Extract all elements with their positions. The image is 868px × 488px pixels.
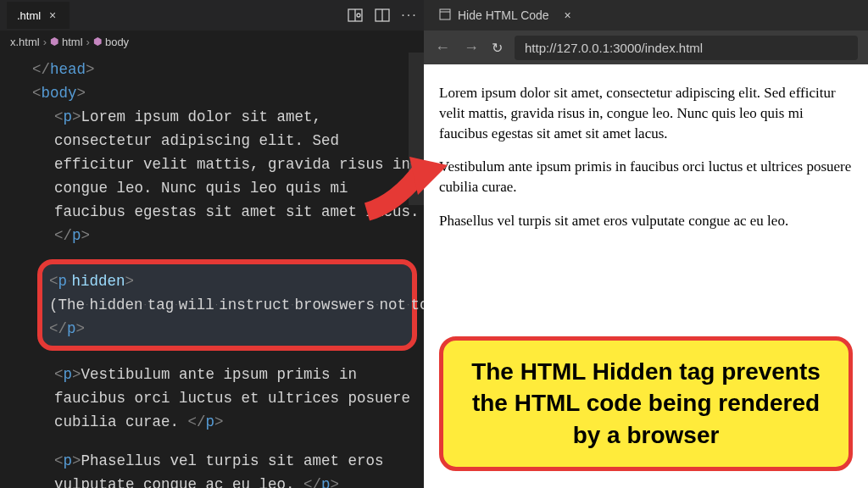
cube-icon: ⬢ — [93, 36, 102, 47]
chevron-icon: › — [43, 36, 47, 48]
svg-rect-5 — [440, 9, 450, 19]
split-preview-icon[interactable] — [348, 8, 363, 23]
cube-icon: ⬢ — [50, 36, 58, 47]
rendered-paragraph: Lorem ipsum dolor sit amet, consectetur … — [439, 83, 853, 143]
browser-pane: Hide HTML Code × ← → ↻ http://127.0.0.1:… — [424, 0, 868, 488]
forward-button[interactable]: → — [463, 39, 480, 57]
browser-viewport: Lorem ipsum dolor sit amet, consectetur … — [424, 64, 868, 488]
refresh-button[interactable]: ↻ — [492, 40, 503, 56]
split-editor-icon[interactable] — [375, 8, 390, 23]
page-icon — [439, 8, 451, 23]
close-icon[interactable]: × — [46, 8, 59, 22]
browser-tab[interactable]: Hide HTML Code × — [431, 3, 583, 28]
browser-toolbar: ← → ↻ http://127.0.0.1:3000/index.html — [424, 30, 868, 64]
editor-pane: .html × ··· x.html › ⬢ html › ⬢ body </h… — [0, 0, 424, 488]
rendered-paragraph: Phasellus vel turpis sit amet eros vulpu… — [439, 211, 853, 231]
tab-label: .html — [17, 9, 41, 22]
back-button[interactable]: ← — [434, 39, 451, 57]
highlighted-code: <p·hidden>(The·hidden·tag·will·instruct·… — [37, 259, 417, 351]
editor-tab[interactable]: .html × — [7, 2, 70, 29]
chevron-icon: › — [86, 36, 90, 48]
close-icon[interactable]: × — [561, 8, 575, 22]
more-icon[interactable]: ··· — [402, 8, 417, 23]
svg-point-2 — [357, 14, 360, 17]
browser-tab-title: Hide HTML Code — [458, 8, 549, 22]
code-editor[interactable]: </head> <body> <p>Lorem ipsum dolor sit … — [0, 53, 424, 488]
annotation-callout: The HTML Hidden tag prevents the HTML co… — [439, 336, 853, 471]
url-bar[interactable]: http://127.0.0.1:3000/index.html — [515, 36, 858, 60]
editor-actions: ··· — [348, 8, 417, 23]
browser-tab-bar: Hide HTML Code × — [424, 0, 868, 30]
breadcrumb[interactable]: x.html › ⬢ html › ⬢ body — [0, 30, 424, 53]
editor-tab-bar: .html × ··· — [0, 0, 424, 30]
rendered-paragraph: Vestibulum ante ipsum primis in faucibus… — [439, 157, 853, 197]
breadcrumb-item: body — [105, 36, 129, 48]
breadcrumb-item: html — [62, 36, 83, 48]
breadcrumb-file: x.html — [10, 36, 40, 48]
arrow-annotation — [363, 152, 448, 229]
